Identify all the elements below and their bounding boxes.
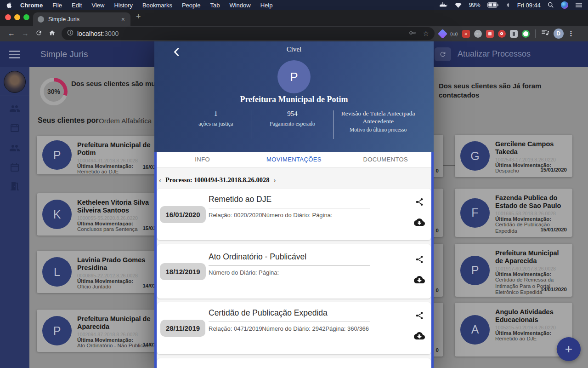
extension-video-speed-icon[interactable]: »	[462, 30, 470, 38]
cloud-download-icon[interactable]	[414, 276, 425, 286]
share-icon[interactable]	[415, 311, 424, 322]
process-navigator: ‹ Processo: 1000494-31.2018.8.26.0028 ›	[157, 173, 431, 187]
extension-red-box-icon[interactable]	[486, 30, 494, 38]
movement-date-chip: 28/11/2019	[160, 320, 205, 337]
reload-icon[interactable]	[35, 29, 42, 38]
extension-green-ring-icon[interactable]	[522, 30, 530, 38]
sidebar-clients-icon[interactable]	[9, 103, 20, 114]
movement-card[interactable]: 18/12/2019 Ato Ordinatório - Publicável …	[157, 244, 431, 299]
browser-profile-avatar[interactable]: D	[554, 29, 564, 39]
stat-actions: 1 ações na justiça	[181, 109, 251, 139]
clients-sort-label: Seus clientes por	[38, 116, 99, 125]
bookmark-star-icon[interactable]: ☆	[423, 29, 429, 38]
client-last-movement: Remetido ao DJE	[495, 336, 567, 342]
url-port[interactable]: :3000	[102, 30, 119, 37]
menu-hamburger-icon[interactable]	[9, 51, 20, 60]
tab-movimentacoes[interactable]: MOVIMENTAÇÕES	[248, 152, 339, 167]
cloud-download-icon[interactable]	[414, 218, 425, 228]
donut-percentage: 30%	[38, 75, 70, 108]
client-card[interactable]: A Angulo Atividades Educacionais 1005315…	[455, 303, 572, 356]
siri-icon[interactable]	[561, 1, 568, 9]
extension-messenger-icon[interactable]: ⋯	[474, 30, 482, 38]
movement-card-partial[interactable]	[157, 358, 431, 368]
menubar-clock[interactable]: Fri 09:44	[517, 2, 541, 9]
client-card[interactable]: P Prefeitura Municipal de Potim 1000494-…	[37, 136, 175, 174]
media-controls-icon[interactable]	[541, 29, 549, 38]
notification-center-icon[interactable]	[575, 2, 582, 8]
extension-target-icon[interactable]	[498, 30, 506, 38]
clients-sort-select[interactable]: Ordem Alfabética	[99, 117, 152, 125]
client-card[interactable]: P Prefeitura Municipal de Aparecida 1002…	[37, 310, 175, 352]
client-avatar: G	[460, 141, 490, 171]
client-card[interactable]: L Lavinia Prado Gomes Presidina 0000865-…	[37, 251, 175, 293]
window-zoom-button[interactable]	[23, 14, 29, 20]
last-movement-label: Última Movimentação:	[495, 330, 567, 336]
client-card[interactable]: F Fazenda Publica do Estado de Sao Paulo…	[455, 189, 572, 237]
movement-divider	[209, 265, 370, 266]
process-next-icon[interactable]: ›	[273, 176, 276, 184]
modal-body: INFO MOVIMENTAÇÕES DOCUMENTOS ‹ Processo…	[154, 152, 434, 368]
apple-menu-icon[interactable]	[6, 2, 12, 9]
share-icon[interactable]	[415, 255, 424, 266]
menu-view[interactable]: View	[91, 2, 104, 9]
tab-favicon	[38, 16, 44, 23]
new-tab-button[interactable]: +	[136, 12, 141, 22]
back-icon[interactable]: ←	[8, 30, 15, 37]
user-avatar[interactable]	[4, 71, 26, 93]
address-bar[interactable]: localhost :3000 ☆	[62, 27, 435, 40]
site-info-icon[interactable]	[67, 29, 74, 38]
menu-tab[interactable]: Tab	[210, 2, 220, 9]
menu-history[interactable]: History	[114, 2, 132, 9]
client-card[interactable]: P Prefeitura Municipal de Aparecida 1001…	[455, 244, 572, 297]
tab-documentos[interactable]: DOCUMENTOS	[340, 152, 431, 167]
cloud-download-icon[interactable]	[414, 332, 425, 342]
docker-icon[interactable]	[439, 2, 447, 8]
menu-window[interactable]: Window	[229, 2, 250, 9]
menu-edit[interactable]: Edit	[72, 2, 82, 9]
client-date: 15/01/2020	[540, 227, 567, 232]
tab-close-icon[interactable]: ×	[120, 16, 126, 23]
client-name: Angulo Atividades Educacionais	[495, 308, 567, 324]
movement-card[interactable]: 16/01/2020 Remetido ao DJE Relação: 0020…	[157, 189, 431, 240]
share-icon[interactable]	[415, 197, 424, 208]
refresh-processes-button[interactable]	[435, 47, 451, 61]
movement-card[interactable]: 28/11/2019 Certidão de Publicação Expedi…	[157, 302, 431, 354]
url-host[interactable]: localhost	[77, 30, 102, 37]
menu-file[interactable]: File	[52, 2, 62, 9]
extension-pen-icon[interactable]	[438, 29, 447, 38]
browser-tab[interactable]: Simple Juris ×	[33, 12, 130, 26]
client-avatar: P	[42, 316, 72, 345]
spotlight-search-icon[interactable]	[548, 2, 554, 8]
tab-info[interactable]: INFO	[157, 152, 248, 167]
bluetooth-icon[interactable]	[506, 2, 510, 8]
menu-bookmarks[interactable]: Bookmarks	[142, 2, 172, 9]
forward-icon[interactable]: →	[22, 30, 29, 37]
stat-last-reason: Revisão de Tutela Antecipada Antecedente…	[334, 109, 422, 139]
client-card[interactable]: G Gercilene Campos Takeda 1002543-17.201…	[455, 135, 572, 177]
window-minimize-button[interactable]	[14, 14, 20, 20]
password-key-icon[interactable]	[409, 29, 417, 38]
window-close-button[interactable]	[5, 14, 11, 20]
menubar-app-name[interactable]: Chrome	[20, 2, 43, 9]
home-icon[interactable]	[49, 29, 56, 38]
client-process-number: 1001695-58.2018.8.26.0028	[495, 211, 567, 216]
extension-gray-figure-icon[interactable]	[510, 30, 518, 38]
menu-people[interactable]: People	[182, 2, 200, 9]
browser-menu-icon[interactable]: ⋮	[568, 29, 575, 38]
client-name: Fazenda Publica do Estado de Sao Paulo	[495, 194, 567, 210]
sidebar-calendar-icon[interactable]	[9, 122, 20, 133]
sidebar-agenda-icon[interactable]	[9, 162, 20, 173]
process-prev-icon[interactable]: ‹	[159, 176, 161, 184]
client-card[interactable]: K Ketheleen Vitoria Silva Silveira Santo…	[37, 193, 175, 236]
screen: Chrome File Edit View History Bookmarks …	[0, 0, 588, 368]
refresh-processes-label[interactable]: Atualizar Processos	[458, 49, 531, 59]
add-client-fab[interactable]: +	[557, 337, 581, 361]
extension-mu-icon[interactable]: (ɯ)	[450, 31, 458, 36]
sidebar-contacts-icon[interactable]	[9, 143, 20, 154]
menu-help[interactable]: Help	[260, 2, 273, 9]
sidebar-office-icon[interactable]	[9, 181, 20, 192]
movement-detail: Relação: 0471/2019Número do Diário: 2942…	[209, 325, 405, 332]
battery-icon	[487, 2, 499, 8]
wifi-icon[interactable]	[454, 2, 462, 8]
client-avatar: P	[460, 256, 490, 285]
